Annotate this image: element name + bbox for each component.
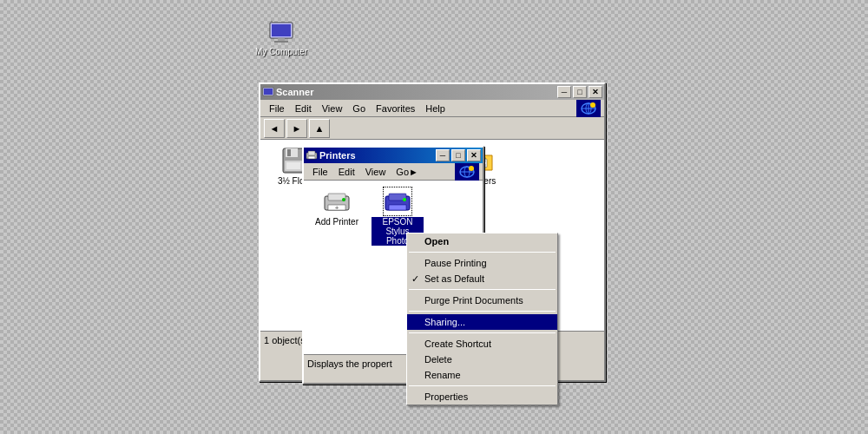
svg-rect-4 xyxy=(271,21,273,23)
svg-rect-16 xyxy=(286,162,300,169)
svg-text:+: + xyxy=(335,204,339,212)
context-menu-set-as-default[interactable]: ✓ Set as Default xyxy=(407,271,557,286)
context-menu-purge[interactable]: Purge Print Documents xyxy=(407,293,557,308)
printers-ie-logo xyxy=(455,163,479,181)
printers-titlebar-buttons: ─ □ ✕ xyxy=(436,149,481,161)
desktop-icon-my-computer[interactable]: My Computer xyxy=(255,19,307,56)
context-menu-properties[interactable]: Properties xyxy=(407,389,557,404)
scanner-menu-file[interactable]: File xyxy=(264,102,290,115)
printers-menu-view[interactable]: View xyxy=(360,165,391,179)
printers-maximize-btn[interactable]: □ xyxy=(451,149,465,161)
context-menu-separator-4 xyxy=(409,332,556,333)
scanner-toolbar: ◄ ► ▲ xyxy=(260,117,604,140)
scanner-minimize-btn[interactable]: ─ xyxy=(557,86,571,98)
context-menu-delete[interactable]: Delete xyxy=(407,352,557,367)
printers-titlebar[interactable]: Printers ─ □ ✕ xyxy=(304,148,483,163)
scanner-title: Scanner xyxy=(276,87,556,97)
context-menu-rename[interactable]: Rename xyxy=(407,367,557,383)
checkmark-icon: ✓ xyxy=(411,273,419,285)
context-menu-separator-3 xyxy=(409,311,556,312)
svg-point-34 xyxy=(342,198,345,201)
svg-rect-26 xyxy=(308,156,315,159)
scanner-titlebar-icon xyxy=(262,86,274,98)
printers-menubar: File Edit View Go► xyxy=(304,163,483,181)
printers-minimize-btn[interactable]: ─ xyxy=(436,149,450,161)
scanner-forward-btn[interactable]: ► xyxy=(286,119,307,138)
printers-titlebar-icon xyxy=(306,149,318,161)
scanner-menubar: File Edit View Go Favorites Help xyxy=(260,100,604,117)
context-menu-create-shortcut[interactable]: Create Shortcut xyxy=(407,336,557,352)
svg-point-11 xyxy=(590,102,595,108)
context-menu-open[interactable]: Open xyxy=(407,233,557,249)
scanner-titlebar[interactable]: Scanner ─ □ ✕ xyxy=(260,84,604,100)
scanner-menu-favorites[interactable]: Favorites xyxy=(371,102,420,115)
add-printer-icon[interactable]: + Add Printer xyxy=(311,187,363,246)
scanner-menu-help[interactable]: Help xyxy=(420,102,450,115)
svg-rect-1 xyxy=(272,24,291,36)
svg-rect-14 xyxy=(287,149,291,156)
context-menu-sharing[interactable]: Sharing... xyxy=(407,314,557,330)
scanner-titlebar-buttons: ─ □ ✕ xyxy=(557,86,602,98)
printers-menu-file[interactable]: File xyxy=(307,165,333,179)
svg-rect-25 xyxy=(308,151,315,155)
context-menu-separator-2 xyxy=(409,289,556,290)
scanner-up-btn[interactable]: ▲ xyxy=(309,119,330,138)
printers-menu-go[interactable]: Go► xyxy=(391,165,424,179)
scanner-back-btn[interactable]: ◄ xyxy=(264,119,285,138)
my-computer-icon xyxy=(267,19,295,47)
svg-point-30 xyxy=(469,166,474,171)
context-menu: Open Pause Printing ✓ Set as Default Pur… xyxy=(406,233,558,405)
printers-close-btn[interactable]: ✕ xyxy=(467,149,481,161)
scanner-menu-go[interactable]: Go xyxy=(347,102,371,115)
add-printer-label: Add Printer xyxy=(315,217,358,227)
printers-menu-edit[interactable]: Edit xyxy=(333,165,360,179)
epson-printer-img xyxy=(384,187,411,215)
svg-rect-3 xyxy=(274,41,288,43)
svg-rect-2 xyxy=(278,38,285,41)
scanner-menu-view[interactable]: View xyxy=(317,102,348,115)
printers-title: Printers xyxy=(319,150,434,161)
context-menu-pause-printing[interactable]: Pause Printing xyxy=(407,255,557,271)
svg-rect-38 xyxy=(389,205,406,210)
scanner-close-btn[interactable]: ✕ xyxy=(589,86,602,98)
scanner-menu-edit[interactable]: Edit xyxy=(290,102,317,115)
scanner-ie-logo xyxy=(576,100,601,117)
my-computer-label: My Computer xyxy=(255,47,307,56)
svg-rect-6 xyxy=(264,89,273,95)
context-menu-separator-5 xyxy=(409,385,556,386)
svg-point-39 xyxy=(403,198,406,201)
scanner-maximize-btn[interactable]: □ xyxy=(573,86,587,98)
context-menu-separator-1 xyxy=(409,252,556,253)
